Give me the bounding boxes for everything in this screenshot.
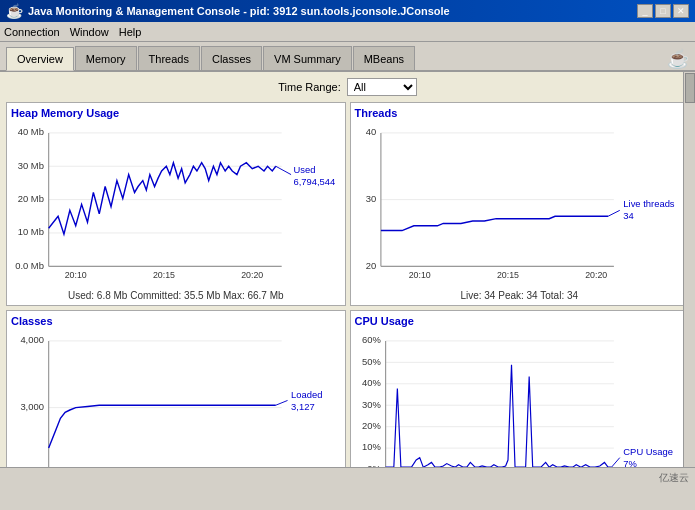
tab-classes[interactable]: Classes [201, 46, 262, 70]
svg-text:3,127: 3,127 [291, 401, 315, 412]
cpu-usage-chart: 60% 50% 40% 30% 20% 10% 0% [355, 329, 685, 467]
svg-line-40 [276, 400, 288, 405]
svg-text:30 Mb: 30 Mb [18, 160, 44, 171]
svg-text:40%: 40% [362, 377, 381, 388]
main-content: Time Range: All 1 min 5 min 15 min 30 mi… [0, 72, 695, 467]
minimize-button[interactable]: _ [637, 4, 653, 18]
svg-text:0%: 0% [367, 463, 381, 467]
app-icon: ☕ [6, 3, 23, 19]
title-bar-left: ☕ Java Monitoring & Management Console -… [6, 3, 450, 19]
tab-memory[interactable]: Memory [75, 46, 137, 70]
svg-text:7%: 7% [623, 458, 637, 467]
menu-bar: Connection Window Help [0, 22, 695, 42]
svg-text:Loaded: Loaded [291, 389, 322, 400]
svg-text:0.0 Mb: 0.0 Mb [15, 260, 44, 271]
svg-text:Used: Used [293, 164, 315, 175]
time-range-label: Time Range: [278, 81, 341, 93]
svg-text:40: 40 [365, 126, 375, 137]
classes-panel: Classes 4,000 3,000 2,000 [6, 310, 346, 467]
cpu-usage-title: CPU Usage [355, 315, 685, 327]
heap-memory-panel: Heap Memory Usage 40 Mb 30 Mb 20 Mb 10 M… [6, 102, 346, 306]
classes-chart: 4,000 3,000 2,000 [11, 329, 341, 467]
svg-text:20:15: 20:15 [496, 270, 518, 280]
svg-text:Live threads: Live threads [623, 198, 675, 209]
svg-text:6,794,544: 6,794,544 [293, 176, 335, 187]
svg-text:34: 34 [623, 210, 633, 221]
svg-text:20%: 20% [362, 420, 381, 431]
status-bar: 亿速云 [0, 467, 695, 487]
tab-overview[interactable]: Overview [6, 47, 74, 71]
scrollbar-thumb[interactable] [685, 73, 695, 103]
svg-text:20:20: 20:20 [241, 270, 263, 280]
menu-window[interactable]: Window [70, 26, 109, 38]
svg-line-62 [611, 457, 619, 467]
time-range-bar: Time Range: All 1 min 5 min 15 min 30 mi… [6, 78, 689, 96]
heap-memory-footer: Used: 6.8 Mb Committed: 35.5 Mb Max: 66.… [11, 290, 341, 301]
svg-text:4,000: 4,000 [20, 334, 44, 345]
cpu-usage-panel: CPU Usage 60% 50% 40% 30% 20% 10% 0% [350, 310, 690, 467]
close-button[interactable]: ✕ [673, 4, 689, 18]
tabs-bar: Overview Memory Threads Classes VM Summa… [0, 42, 695, 72]
svg-line-12 [276, 166, 291, 174]
threads-panel: Threads 40 30 20 [350, 102, 690, 306]
svg-text:30: 30 [365, 193, 375, 204]
svg-text:60%: 60% [362, 334, 381, 345]
svg-line-26 [608, 210, 620, 216]
svg-text:50%: 50% [362, 355, 381, 366]
threads-chart: 40 30 20 [355, 121, 685, 288]
scrollbar[interactable] [683, 72, 695, 467]
threads-title: Threads [355, 107, 685, 119]
maximize-button[interactable]: □ [655, 4, 671, 18]
svg-text:40 Mb: 40 Mb [18, 126, 44, 137]
svg-text:30%: 30% [362, 398, 381, 409]
window-title: Java Monitoring & Management Console - p… [28, 5, 450, 17]
tab-right-area: ☕ [667, 48, 689, 70]
svg-text:CPU Usage: CPU Usage [623, 446, 673, 457]
svg-text:20:20: 20:20 [585, 270, 607, 280]
title-bar: ☕ Java Monitoring & Management Console -… [0, 0, 695, 22]
status-logo: 亿速云 [659, 471, 689, 485]
svg-text:20:15: 20:15 [153, 270, 175, 280]
tab-vmsummary[interactable]: VM Summary [263, 46, 352, 70]
svg-text:3,000: 3,000 [20, 401, 44, 412]
svg-text:20:10: 20:10 [65, 270, 87, 280]
svg-text:20:10: 20:10 [408, 270, 430, 280]
coffee-icon: ☕ [667, 48, 689, 70]
svg-text:20 Mb: 20 Mb [18, 193, 44, 204]
menu-help[interactable]: Help [119, 26, 142, 38]
time-range-select[interactable]: All 1 min 5 min 15 min 30 min 1 hour [347, 78, 417, 96]
tab-mbeans[interactable]: MBeans [353, 46, 415, 70]
classes-title: Classes [11, 315, 341, 327]
heap-memory-chart: 40 Mb 30 Mb 20 Mb 10 Mb 0.0 Mb [11, 121, 341, 288]
svg-text:10 Mb: 10 Mb [18, 226, 44, 237]
tab-threads[interactable]: Threads [138, 46, 200, 70]
title-buttons: _ □ ✕ [637, 4, 689, 18]
menu-connection[interactable]: Connection [4, 26, 60, 38]
heap-memory-title: Heap Memory Usage [11, 107, 341, 119]
threads-footer: Live: 34 Peak: 34 Total: 34 [355, 290, 685, 301]
svg-text:20: 20 [365, 260, 375, 271]
charts-grid: Heap Memory Usage 40 Mb 30 Mb 20 Mb 10 M… [6, 102, 689, 457]
svg-text:10%: 10% [362, 441, 381, 452]
